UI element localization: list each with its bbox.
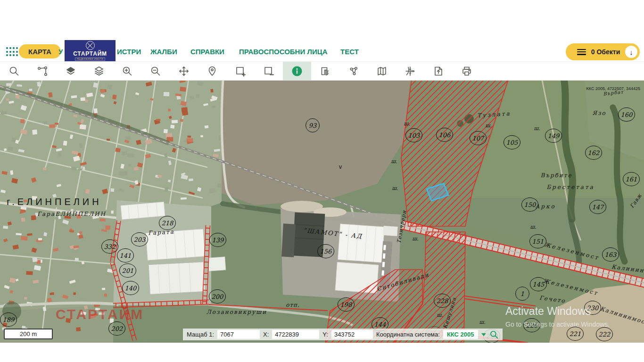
map-viewport[interactable]: ККС 2005, 4722507, 344425 93103106107105… — [0, 80, 644, 343]
coordinate-grid-icon[interactable] — [396, 62, 424, 80]
map-label: ш. — [530, 224, 537, 230]
parcel-marker[interactable]: 222 — [596, 327, 613, 341]
logo-emblem-icon — [86, 41, 95, 50]
parcel-marker[interactable]: 139 — [209, 233, 226, 247]
parcel-marker[interactable]: 162 — [585, 146, 602, 160]
parcel-marker[interactable]: 228 — [434, 294, 451, 308]
map-label: Гарата — [148, 229, 174, 237]
crs-dropdown-caret-icon[interactable] — [481, 333, 486, 336]
parcel-marker[interactable]: 1 — [515, 287, 529, 301]
measure-area-icon[interactable] — [339, 62, 368, 80]
layers-outline-icon[interactable] — [85, 62, 113, 80]
activate-windows-overlay: Activate Windows Go to Settings to activ… — [505, 305, 610, 328]
map-label: г.ЕЛИНПЕЛИН — [7, 197, 101, 207]
parcel-marker[interactable]: 200 — [209, 289, 226, 304]
search-icon[interactable] — [0, 62, 28, 80]
map-label: ГараЕЛИНПЕЛИН — [37, 211, 106, 217]
zoom-rect-out-icon[interactable] — [255, 62, 283, 80]
parcel-marker[interactable]: 203 — [131, 232, 148, 247]
parcel-marker[interactable]: 201 — [119, 263, 136, 278]
pan-icon[interactable] — [170, 62, 198, 80]
map-label: Арко — [535, 203, 556, 210]
parcel-marker[interactable]: 198 — [338, 297, 355, 312]
parcel-marker[interactable]: 160 — [618, 107, 635, 122]
goto-coordinates-search-icon[interactable] — [489, 330, 499, 339]
map-label: Лозановикруши — [206, 309, 267, 315]
parcel-marker[interactable]: 221 — [567, 327, 584, 341]
menu-item-pravosposobni-litsa[interactable]: ПРАВОСПОСОБНИ ЛИЦА — [239, 48, 328, 56]
parcel-marker[interactable]: 105 — [504, 135, 520, 149]
scale-label: Мащаб 1: — [187, 331, 214, 338]
parcel-marker[interactable]: 163 — [602, 247, 619, 262]
map-sheet-icon[interactable] — [368, 62, 396, 80]
layers-filled-icon[interactable] — [57, 62, 85, 80]
map-label: Язо — [592, 110, 606, 116]
parcel-marker[interactable]: 218 — [159, 216, 176, 230]
parcel-marker[interactable]: 103 — [405, 128, 422, 142]
activate-windows-line1: Activate Windows — [505, 305, 610, 318]
map-label: отп. — [286, 302, 300, 308]
parcel-marker[interactable]: 332 — [101, 239, 118, 254]
x-coordinate-input[interactable] — [272, 330, 319, 339]
menu-item-spravki[interactable]: СПРАВКИ — [190, 48, 224, 56]
menu-item-uslugi[interactable]: У — [58, 48, 63, 56]
scale-bar: 200 m — [4, 329, 53, 339]
collapse-arrow-icon[interactable]: ↓ — [625, 46, 637, 58]
hamburger-icon — [577, 49, 586, 55]
crs-label: Координатна система: — [376, 331, 440, 338]
parcel-marker[interactable]: 202 — [108, 321, 125, 336]
map-label: ш. — [437, 312, 443, 318]
map-label: ш. — [479, 319, 486, 325]
parcel-marker[interactable]: 140 — [122, 281, 139, 295]
parcel-marker[interactable]: 147 — [589, 200, 606, 214]
map-label: ш. — [485, 123, 492, 129]
objects-count-label: 0 Обекти — [586, 48, 625, 56]
zoom-in-icon[interactable] — [113, 62, 141, 80]
measure-scale-icon[interactable] — [311, 62, 339, 80]
map-toolbar — [0, 61, 644, 81]
info-tool-icon[interactable] — [283, 62, 311, 80]
map-label: ш. — [404, 121, 410, 127]
startime-logo[interactable]: СТАРТАЙМ НЕДВИЖИМИ ИМОТИ — [65, 40, 116, 62]
parcel-marker[interactable]: 141 — [117, 248, 134, 263]
menu-item-test[interactable]: ТЕСТ — [340, 48, 359, 56]
zoom-rect-in-icon[interactable] — [226, 62, 255, 80]
apps-grid-icon[interactable] — [6, 47, 18, 57]
menu-item-registri[interactable]: ИСТРИ — [117, 48, 141, 56]
network-select-icon[interactable] — [28, 62, 57, 80]
print-icon[interactable] — [453, 62, 481, 80]
parcel-marker[interactable]: 161 — [623, 172, 640, 186]
startime-watermark: СТАРТАЙМ — [56, 306, 144, 322]
objects-panel-button[interactable]: 0 Обекти ↓ — [566, 43, 640, 60]
map-label: ш. — [391, 158, 397, 165]
map-label: Върбите — [540, 172, 572, 179]
map-label: ш. — [534, 125, 540, 132]
export-icon[interactable] — [424, 62, 453, 80]
crs-select[interactable]: ККС 2005 — [443, 330, 478, 339]
parcel-marker[interactable]: 189 — [0, 313, 17, 327]
y-label: Y: — [322, 331, 328, 338]
cadastre-map-app: { "header": { "map_button": "КАРТА", "me… — [0, 0, 644, 362]
logo-subtitle: НЕДВИЖИМИ ИМОТИ — [75, 58, 106, 61]
parcel-marker[interactable]: 149 — [545, 129, 562, 143]
activate-windows-line2: Go to Settings to activate Windows. — [505, 321, 610, 328]
location-pin-icon[interactable] — [198, 62, 226, 80]
map-statusbar: Мащаб 1: X: Y: Координатна система: ККС … — [183, 329, 503, 340]
logo-title: СТАРТАЙМ — [73, 50, 107, 57]
x-label: X: — [263, 331, 269, 338]
scale-input[interactable] — [217, 330, 260, 339]
map-label: v — [339, 163, 342, 170]
parcel-marker[interactable]: 107 — [470, 131, 487, 145]
map-label: ш. — [392, 185, 398, 191]
parcel-marker[interactable]: 106 — [436, 128, 453, 142]
parcel-marker[interactable]: 156 — [317, 244, 334, 258]
map-label: ш. — [412, 236, 419, 242]
parcel-marker[interactable]: 93 — [305, 118, 320, 132]
map-label: Брестетата — [546, 184, 594, 190]
header-bar: КАРТА У ИСТРИ ЖАЛБИ СПРАВКИ ПРАВОСПОСОБН… — [0, 43, 644, 61]
map-tab-button[interactable]: КАРТА — [19, 44, 61, 58]
y-coordinate-input[interactable] — [331, 330, 373, 339]
menu-item-zhalbi[interactable]: ЖАЛБИ — [150, 48, 177, 56]
zoom-out-icon[interactable] — [141, 62, 170, 80]
